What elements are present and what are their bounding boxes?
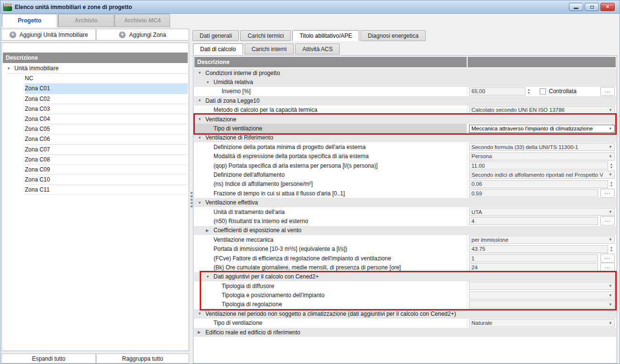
value-field[interactable]: 0.59 bbox=[469, 189, 598, 197]
tree-row[interactable]: Zona C10 bbox=[3, 175, 188, 185]
tree-row[interactable]: Zona C09 bbox=[3, 165, 188, 175]
grid-group-row[interactable]: ▼Ventilazione bbox=[194, 115, 616, 124]
chevron-down-icon[interactable]: ▼ bbox=[609, 302, 612, 307]
value-field[interactable]: Persona▼ bbox=[469, 152, 615, 161]
tree-row[interactable]: Zona C03 bbox=[3, 104, 188, 114]
collapse-arrow-icon[interactable]: ▼ bbox=[198, 71, 205, 75]
value-field[interactable]: ▼ bbox=[469, 300, 615, 309]
value-field[interactable]: 0.06 bbox=[469, 180, 608, 188]
value-field[interactable]: 4 bbox=[469, 217, 598, 225]
collapse-all-button[interactable]: Raggruppa tutto bbox=[96, 353, 189, 364]
chevron-down-icon[interactable]: ▼ bbox=[609, 154, 612, 159]
grid-item-row: Frazione di tempo in cui si attua il flu… bbox=[194, 189, 616, 198]
tree-row[interactable]: ▼Unità immobiliare bbox=[3, 64, 188, 74]
chevron-down-icon[interactable]: ▼ bbox=[609, 210, 612, 214]
tree-row[interactable]: NC bbox=[3, 74, 188, 84]
tab-progetto[interactable]: Progetto bbox=[1, 14, 57, 27]
tree-row[interactable]: Zona C02 bbox=[3, 94, 188, 104]
row-label: Frazione di tempo in cui si attua il flu… bbox=[214, 190, 345, 197]
tree-row[interactable]: Zona C01 bbox=[3, 84, 188, 94]
value-field[interactable]: Meccanica attraverso l'impianto di clima… bbox=[469, 125, 615, 133]
tab-archivio[interactable]: Archivio bbox=[58, 14, 114, 27]
grid-group-row[interactable]: ▼Ventilazione di Riferimento bbox=[194, 133, 616, 142]
value-field[interactable]: 1 bbox=[469, 254, 598, 262]
ellipsis-button[interactable]: ... bbox=[600, 254, 615, 263]
tree-row[interactable]: Zona C08 bbox=[3, 155, 188, 165]
collapse-arrow-icon[interactable]: ▼ bbox=[198, 136, 205, 140]
collapse-arrow-icon[interactable]: ▼ bbox=[198, 117, 205, 121]
tab-archivio-mc4[interactable]: Archivio MC4 bbox=[114, 14, 170, 27]
tree-row[interactable]: Zona C07 bbox=[3, 145, 188, 155]
ellipsis-button[interactable]: ... bbox=[600, 263, 615, 272]
chevron-down-icon[interactable]: ▼ bbox=[609, 293, 612, 298]
ellipsis-button[interactable]: ... bbox=[600, 189, 615, 198]
add-zone-button[interactable]: + Aggiungi Zona bbox=[96, 29, 189, 41]
tab-diagnosi-energetica[interactable]: Diagnosi energetica bbox=[361, 30, 426, 41]
collapse-arrow-icon[interactable]: ▼ bbox=[206, 275, 214, 279]
add-unit-button[interactable]: + Aggiungi Unità Immobiliare bbox=[1, 29, 96, 41]
ellipsis-button[interactable]: ... bbox=[600, 216, 615, 225]
row-label: Metodo di calcolo per la capacità termic… bbox=[214, 107, 317, 113]
tree-row[interactable]: Zona C05 bbox=[3, 124, 188, 134]
maximize-button[interactable] bbox=[585, 3, 599, 11]
grid-group-row[interactable]: ▶Edificio reale ed edificio di riferimen… bbox=[194, 328, 616, 337]
value-field[interactable]: 11.00 bbox=[469, 161, 608, 170]
tab-carichi-termici[interactable]: Carichi termici bbox=[240, 30, 291, 41]
collapse-arrow-icon[interactable]: ▼ bbox=[7, 66, 14, 71]
expand-all-button[interactable]: Espandi tutto bbox=[1, 353, 96, 364]
plus-circle-icon: + bbox=[10, 32, 16, 38]
tab-dati-generali[interactable]: Dati generali bbox=[192, 30, 239, 41]
value-field[interactable]: Calcolato secondo UNI EN ISO 13786▼ bbox=[469, 106, 615, 114]
grid-item-row: Inverno [%]65.00▲▼Controllata... bbox=[194, 87, 616, 96]
value-field[interactable]: Secondo indici di affollamento riportati… bbox=[469, 171, 615, 179]
chevron-down-icon[interactable]: ▼ bbox=[609, 108, 612, 112]
chevron-down-icon[interactable]: ▼ bbox=[609, 321, 612, 325]
chevron-down-icon[interactable]: ▼ bbox=[609, 145, 612, 149]
value-field[interactable]: 65.00 bbox=[469, 87, 525, 96]
chevron-down-icon[interactable]: ▼ bbox=[609, 172, 612, 177]
subtab-dati-di-calcolo[interactable]: Dati di calcolo bbox=[193, 43, 243, 54]
grid-group-row[interactable]: ▼Ventilazione nel periodo non soggetto a… bbox=[194, 309, 616, 318]
controllata-checkbox[interactable] bbox=[540, 88, 546, 95]
ellipsis-button[interactable]: ... bbox=[600, 87, 615, 96]
value-field[interactable]: 43.75 bbox=[469, 245, 608, 253]
collapse-arrow-icon[interactable]: ▼ bbox=[198, 311, 205, 316]
panel-splitter[interactable] bbox=[190, 43, 193, 351]
tree-row[interactable]: Zona C06 bbox=[3, 134, 188, 144]
grid-group-row[interactable]: ▼Dati aggiuntivi per il calcolo con Cene… bbox=[194, 272, 616, 281]
tree-row[interactable]: Zona C11 bbox=[3, 185, 188, 195]
chevron-down-icon[interactable]: ▼ bbox=[609, 127, 612, 131]
row-label: Ventilazione bbox=[205, 116, 236, 123]
value-field[interactable]: Naturale▼ bbox=[469, 319, 615, 327]
tree-row[interactable]: Zona C04 bbox=[3, 114, 188, 124]
value-field[interactable]: per immissione▼ bbox=[469, 236, 615, 244]
value-field[interactable]: Secondo formula (33) della UNI/TS 11300-… bbox=[469, 143, 615, 151]
collapse-arrow-icon[interactable]: ▼ bbox=[206, 80, 214, 85]
collapse-arrow-icon[interactable]: ▼ bbox=[198, 98, 205, 103]
chevron-down-icon[interactable]: ▼ bbox=[609, 237, 612, 242]
tab-titolo-abilitativo-ape[interactable]: Titolo abilitativo/APE bbox=[292, 30, 359, 41]
spinner-arrows[interactable]: ▲▼ bbox=[608, 246, 615, 252]
spinner-arrows[interactable]: ▲▼ bbox=[525, 88, 532, 95]
subtab-attivit-acs[interactable]: Attività ACS bbox=[295, 43, 340, 54]
grid-group-row[interactable]: ▼Ventilazione effettiva bbox=[194, 198, 616, 207]
grid-group-row[interactable]: ▶Coefficienti di esposizione al vento bbox=[194, 226, 616, 235]
grid-group-row[interactable]: ▼Dati di zona Legge10 bbox=[194, 96, 616, 105]
row-label: Tipologia di diffusore bbox=[222, 283, 274, 289]
minimize-button[interactable] bbox=[569, 3, 583, 11]
checkbox-label: Controllata bbox=[549, 88, 577, 95]
spinner-arrows[interactable]: ▲▼ bbox=[608, 162, 615, 169]
chevron-down-icon[interactable]: ▼ bbox=[609, 284, 612, 288]
collapse-arrow-icon[interactable]: ▼ bbox=[198, 201, 205, 205]
value-field[interactable]: ▼ bbox=[469, 282, 615, 290]
expand-arrow-icon[interactable]: ▶ bbox=[198, 330, 205, 334]
value-field[interactable]: 24 bbox=[469, 263, 598, 271]
grid-group-row[interactable]: ▼Condizioni interne di progetto bbox=[194, 68, 616, 77]
close-button[interactable]: ✕ bbox=[600, 3, 615, 11]
value-field[interactable]: UTA▼ bbox=[469, 208, 615, 216]
value-field[interactable]: ▼ bbox=[469, 291, 615, 300]
subtab-carichi-interni[interactable]: Carichi interni bbox=[245, 43, 294, 54]
expand-arrow-icon[interactable]: ▶ bbox=[206, 228, 214, 233]
grid-group-row[interactable]: ▼Umidità relativa bbox=[194, 77, 616, 86]
spinner-arrows[interactable]: ▲▼ bbox=[608, 181, 615, 187]
